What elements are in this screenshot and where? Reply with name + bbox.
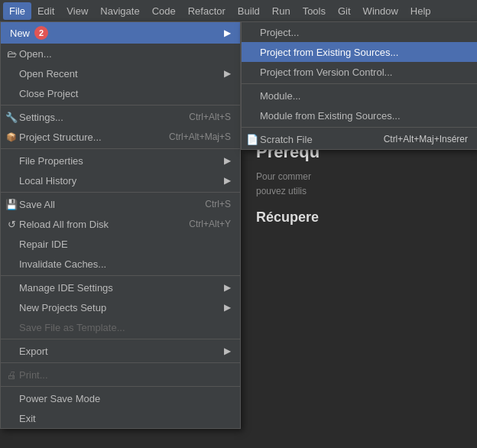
menubar-window[interactable]: Window: [357, 2, 404, 20]
menu-item-repair-ide-label: Repair IDE: [19, 239, 68, 250]
menu-item-close-project[interactable]: Close Project: [1, 83, 240, 103]
menu-item-save-as-template-label: Save File as Template...: [19, 322, 125, 333]
menubar-help[interactable]: Help: [404, 2, 437, 20]
menu-item-local-history[interactable]: Local History ▶: [1, 170, 240, 190]
menu-item-file-properties[interactable]: File Properties ▶: [1, 151, 240, 170]
save-all-icon: 💾: [4, 199, 19, 210]
separator-5: [1, 339, 240, 339]
menubar-view[interactable]: View: [60, 2, 94, 20]
submenu-item-scratch-file-label: Scratch File: [260, 134, 313, 145]
submenu-separator-1: [242, 83, 477, 84]
menu-item-repair-ide[interactable]: Repair IDE: [1, 234, 240, 254]
menu-item-export-label: Export: [19, 346, 48, 357]
submenu-separator-2: [242, 127, 477, 128]
menubar-refactor[interactable]: Refactor: [182, 2, 232, 20]
menu-item-settings-label: Settings...: [19, 112, 63, 123]
menu-item-export[interactable]: Export ▶: [1, 341, 240, 361]
menu-item-exit-label: Exit: [19, 413, 36, 424]
menu-item-new-projects[interactable]: New Projects Setup ▶: [1, 297, 240, 317]
scratch-file-icon: 📄: [245, 134, 260, 145]
menubar: File Edit View Navigate Code Refactor Bu…: [0, 0, 477, 21]
menu-item-new-projects-label: New Projects Setup: [19, 302, 106, 313]
menu-item-exit[interactable]: Exit: [1, 408, 240, 428]
menubar-file[interactable]: File: [3, 2, 31, 20]
menu-item-invalidate[interactable]: Invalidate Caches...: [1, 254, 240, 274]
project-structure-icon: 📦: [4, 132, 19, 142]
submenu-item-project-from-existing[interactable]: Project from Existing Sources...: [242, 42, 477, 62]
bg-heading-2: Récupere: [256, 209, 462, 226]
menu-item-save-all[interactable]: 💾 Save All Ctrl+S: [1, 194, 240, 214]
scratch-file-shortcut: Ctrl+Alt+Maj+Insérer: [384, 134, 468, 144]
menu-item-new[interactable]: New 2 ▶: [1, 22, 240, 44]
menu-item-settings[interactable]: 🔧 Settings... Ctrl+Alt+S: [1, 107, 240, 127]
menu-item-save-all-label: Save All: [19, 199, 55, 210]
menu-item-close-project-label: Close Project: [19, 88, 78, 99]
menubar-tools[interactable]: Tools: [297, 2, 332, 20]
submenu-item-project-label: Project...: [260, 27, 299, 38]
new-projects-arrow-icon: ▶: [224, 302, 231, 313]
menu-badge-new: 2: [34, 26, 48, 40]
folder-icon: 🗁: [4, 48, 19, 60]
menu-item-file-properties-label: File Properties: [19, 155, 83, 167]
menu-item-open-recent-label: Open Recent: [19, 68, 78, 80]
menu-item-project-structure[interactable]: 📦 Project Structure... Ctrl+Alt+Maj+S: [1, 127, 240, 147]
menubar-run[interactable]: Run: [266, 2, 297, 20]
menubar-navigate[interactable]: Navigate: [94, 2, 145, 20]
print-icon: 🖨: [4, 369, 19, 381]
submenu-item-module[interactable]: Module...: [242, 86, 477, 106]
separator-6: [1, 362, 240, 363]
submenu-item-module-label: Module...: [260, 90, 300, 102]
submenu-item-project-from-vcs-label: Project from Version Control...: [260, 67, 392, 78]
new-arrow-icon: ▶: [224, 28, 231, 38]
menu-item-manage-ide-label: Manage IDE Settings: [19, 282, 113, 294]
menu-item-save-as-template: Save File as Template...: [1, 317, 240, 337]
submenu-item-project[interactable]: Project...: [242, 22, 477, 42]
separator-4: [1, 275, 240, 276]
manage-ide-arrow-icon: ▶: [224, 282, 231, 293]
menu-item-project-structure-label: Project Structure...: [19, 131, 102, 143]
bg-text-4: Pour commerpouvez utilis: [256, 170, 462, 199]
new-submenu: Project... Project from Existing Sources…: [241, 21, 477, 150]
separator-3: [1, 192, 240, 193]
submenu-item-scratch-file[interactable]: 📄 Scratch File Ctrl+Alt+Maj+Insérer: [242, 129, 477, 149]
file-properties-arrow-icon: ▶: [224, 155, 231, 166]
separator-7: [1, 386, 240, 387]
separator-2: [1, 148, 240, 149]
submenu-item-project-from-existing-label: Project from Existing Sources...: [260, 47, 398, 58]
submenu-item-module-from-existing-label: Module from Existing Sources...: [260, 110, 401, 122]
separator-1: [1, 105, 240, 106]
reload-icon: ↺: [4, 219, 19, 230]
file-menu-dropdown: New 2 ▶ 🗁 Open... Open Recent ▶ Close Pr…: [0, 21, 241, 429]
menu-item-open-label: Open...: [19, 48, 52, 60]
project-structure-shortcut: Ctrl+Alt+Maj+S: [169, 131, 231, 142]
open-recent-arrow-icon: ▶: [224, 68, 231, 79]
menu-item-local-history-label: Local History: [19, 175, 76, 187]
submenu-item-project-from-vcs[interactable]: Project from Version Control...: [242, 62, 477, 82]
menu-item-power-save[interactable]: Power Save Mode: [1, 388, 240, 408]
menu-item-open[interactable]: 🗁 Open...: [1, 44, 240, 63]
menu-item-new-label: New: [10, 28, 30, 39]
settings-shortcut: Ctrl+Alt+S: [189, 112, 231, 122]
menu-item-reload[interactable]: ↺ Reload All from Disk Ctrl+Alt+Y: [1, 214, 240, 234]
menubar-code[interactable]: Code: [146, 2, 182, 20]
menubar-git[interactable]: Git: [332, 2, 357, 20]
save-all-shortcut: Ctrl+S: [205, 199, 231, 209]
submenu-item-module-from-existing[interactable]: Module from Existing Sources...: [242, 106, 477, 125]
menu-item-invalidate-label: Invalidate Caches...: [19, 258, 106, 270]
menu-item-print-label: Print...: [19, 369, 48, 381]
local-history-arrow-icon: ▶: [224, 175, 231, 186]
menu-item-manage-ide[interactable]: Manage IDE Settings ▶: [1, 278, 240, 297]
menu-item-reload-label: Reload All from Disk: [19, 219, 109, 230]
export-arrow-icon: ▶: [224, 346, 231, 356]
settings-icon: 🔧: [4, 112, 19, 123]
menu-item-print: 🖨 Print...: [1, 365, 240, 385]
menu-item-power-save-label: Power Save Mode: [19, 393, 100, 404]
menubar-edit[interactable]: Edit: [31, 2, 60, 20]
reload-shortcut: Ctrl+Alt+Y: [189, 219, 231, 229]
menubar-build[interactable]: Build: [232, 2, 266, 20]
menu-item-open-recent[interactable]: Open Recent ▶: [1, 63, 240, 83]
